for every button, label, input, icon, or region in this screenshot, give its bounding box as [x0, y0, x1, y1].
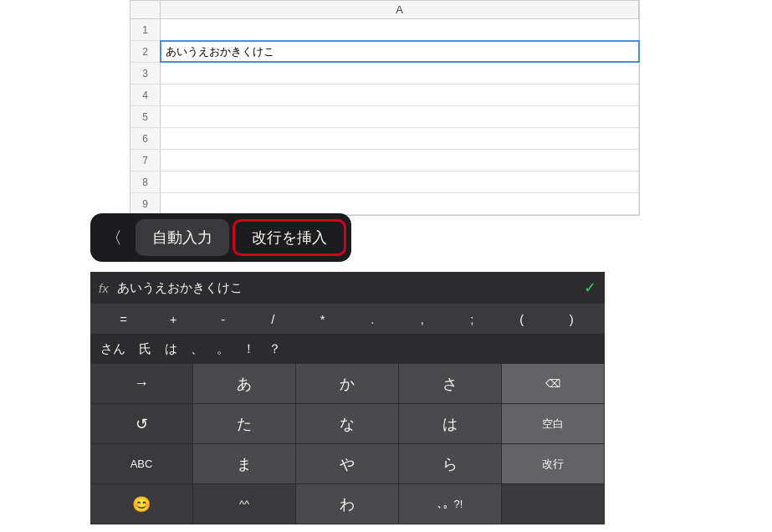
cell-a3[interactable]	[161, 63, 639, 84]
sym-key-minus[interactable]: -	[212, 312, 235, 326]
table-row: 8	[130, 171, 639, 193]
kb-row-3: ABC ま や ら 改行	[90, 444, 605, 484]
symbol-keys-row: = + - / * . , ; ( )	[90, 304, 605, 334]
spreadsheet: A 1 2 あいうえおかきくけこ 3 4 5 6 7 8 9	[130, 0, 640, 216]
key-space[interactable]: 空白	[502, 404, 605, 443]
sym-key-dot[interactable]: .	[360, 312, 384, 326]
table-row: 7	[130, 150, 639, 171]
table-row: 3	[130, 63, 639, 84]
key-ma[interactable]: ま	[193, 444, 296, 483]
table-row: 1	[130, 19, 639, 41]
context-menu: 〈 自動入力 改行を挿入	[90, 213, 351, 262]
delete-icon: ⌫	[545, 377, 560, 390]
insert-newline-button[interactable]: 改行を挿入	[233, 219, 346, 256]
key-enter[interactable]: 改行	[502, 444, 605, 483]
formula-text[interactable]: あいうえおかきくけこ	[117, 280, 575, 296]
suggestion-comma-jp[interactable]: 、	[191, 341, 203, 357]
sym-key-close-paren[interactable]: )	[560, 312, 583, 326]
suggestion-shi[interactable]: 氏	[139, 341, 151, 357]
row-num-header	[130, 1, 161, 18]
row-number: 2	[130, 41, 161, 62]
key-ra[interactable]: ら	[399, 444, 502, 483]
cell-a6[interactable]	[161, 128, 639, 149]
key-na[interactable]: な	[296, 404, 399, 443]
key-emoji[interactable]: 😊	[90, 484, 193, 524]
kb-row-2: ↺ た な は 空白	[90, 404, 605, 444]
key-a[interactable]: あ	[193, 364, 296, 403]
table-row: 9	[130, 193, 639, 215]
sym-key-equals[interactable]: =	[112, 312, 135, 326]
suggestion-question[interactable]: ？	[268, 341, 281, 357]
back-button[interactable]: 〈	[95, 219, 132, 256]
sheet-header: A	[130, 1, 639, 19]
sym-key-comma[interactable]: ,	[411, 312, 434, 326]
key-caret[interactable]: ^^	[193, 484, 296, 524]
row-number: 5	[130, 106, 161, 127]
cell-a7[interactable]	[161, 150, 639, 171]
row-number: 6	[130, 128, 161, 149]
formula-bar: fx あいうえおかきくけこ ✓	[90, 272, 605, 304]
sym-key-slash[interactable]: /	[261, 312, 284, 326]
key-punctuation[interactable]: ､。?!	[399, 484, 502, 524]
key-ha[interactable]: は	[399, 404, 502, 443]
key-abc[interactable]: ABC	[90, 444, 193, 483]
kb-row-4: 😊 ^^ わ ､。?!	[90, 484, 605, 524]
table-row: 5	[130, 106, 639, 128]
cell-a8[interactable]	[161, 171, 639, 192]
confirm-icon[interactable]: ✓	[584, 279, 596, 297]
row-number: 9	[130, 193, 161, 214]
suggestion-san[interactable]: さん	[100, 341, 125, 357]
row-number: 7	[130, 150, 161, 171]
suggestion-exclaim[interactable]: ！	[243, 341, 255, 357]
cell-a9[interactable]	[161, 193, 639, 214]
cell-a2[interactable]: あいうえおかきくけこ	[161, 41, 639, 62]
sym-key-plus[interactable]: +	[161, 312, 185, 326]
sym-key-open-paren[interactable]: (	[510, 312, 534, 326]
keyboard-grid: → あ か さ ⌫ ↺ た な は 空白 ABC ま や ら 改行 😊 ^^ わ…	[90, 364, 605, 524]
key-sa[interactable]: さ	[399, 364, 502, 403]
key-ta[interactable]: た	[193, 404, 296, 443]
key-empty[interactable]	[502, 484, 605, 524]
row-number: 1	[130, 19, 161, 40]
key-wa[interactable]: わ	[296, 484, 399, 524]
suggestion-period-jp[interactable]: 。	[217, 341, 229, 357]
auto-input-button[interactable]: 自動入力	[135, 219, 229, 256]
sym-key-semicolon[interactable]: ;	[460, 312, 483, 326]
fx-label: fx	[99, 281, 109, 295]
key-undo[interactable]: ↺	[90, 404, 193, 443]
kb-row-1: → あ か さ ⌫	[90, 364, 605, 404]
row-number: 4	[130, 84, 161, 105]
back-icon: 〈	[105, 227, 122, 249]
row-number: 8	[130, 171, 161, 192]
table-row: 4	[130, 84, 639, 106]
col-header-a: A	[161, 1, 639, 18]
key-delete[interactable]: ⌫	[502, 364, 605, 403]
suggestion-row: さん 氏 は 、 。 ！ ？	[90, 334, 605, 364]
key-ka[interactable]: か	[296, 364, 399, 403]
table-row: 2 あいうえおかきくけこ	[130, 41, 639, 63]
cell-a4[interactable]	[161, 84, 639, 105]
table-row: 6	[130, 128, 639, 150]
suggestion-ha[interactable]: は	[165, 341, 177, 357]
key-arrow-right[interactable]: →	[90, 364, 193, 403]
cell-a5[interactable]	[161, 106, 639, 127]
sym-key-star[interactable]: *	[311, 312, 335, 326]
cell-a1[interactable]	[161, 19, 639, 40]
key-ya[interactable]: や	[296, 444, 399, 483]
row-number: 3	[130, 63, 161, 84]
